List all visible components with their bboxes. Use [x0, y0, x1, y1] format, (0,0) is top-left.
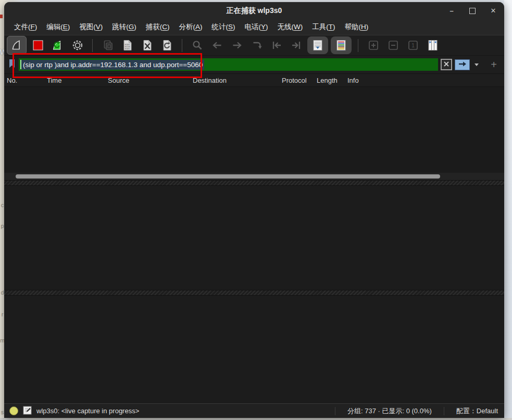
zoom-out-icon: [387, 39, 399, 52]
window-controls: – ✕: [448, 2, 497, 19]
auto-scroll-toggle-button[interactable]: [307, 36, 328, 54]
zoom-out-button[interactable]: [384, 37, 402, 54]
autoscroll-doc-icon: [311, 39, 324, 52]
go-to-packet-button[interactable]: [248, 37, 265, 54]
menu-capture[interactable]: 捕获(C): [141, 20, 174, 34]
menu-help[interactable]: 帮助(H): [340, 20, 373, 34]
column-header-length[interactable]: Length: [314, 77, 345, 84]
gear-icon: [71, 39, 84, 52]
start-capture-button[interactable]: [7, 36, 27, 55]
zoom-normal-icon: 1: [407, 39, 419, 52]
display-filter-input[interactable]: (sip or rtp )and ip.addr==192.168.1.3 an…: [19, 58, 438, 71]
packet-stats-text: 分组: 737 · 已显示: 0 (0.0%): [347, 406, 432, 416]
menu-go[interactable]: 跳转(G): [107, 20, 141, 34]
capture-status-text: wlp3s0: <live capture in progress>: [36, 407, 330, 415]
bookmark-icon: [8, 58, 16, 71]
stop-capture-button[interactable]: [29, 37, 46, 54]
packet-bytes-pane[interactable]: [4, 296, 504, 403]
column-header-info[interactable]: Info: [345, 77, 504, 84]
toolbar-separator: [358, 39, 358, 52]
capture-options-button[interactable]: [69, 37, 86, 54]
filter-add-button[interactable]: +: [489, 59, 499, 70]
go-back-button[interactable]: [208, 37, 226, 54]
menu-view[interactable]: 视图(V): [74, 20, 107, 34]
close-capture-file-button[interactable]: [139, 37, 156, 54]
desktop-background-bottom: [0, 418, 512, 420]
arrow-first-icon: [270, 39, 283, 52]
shark-fin-restart-icon: [52, 39, 64, 52]
toolbar-separator: [182, 39, 182, 52]
filter-bookmark-button[interactable]: [8, 58, 16, 71]
colorize-doc-icon: [335, 39, 347, 52]
filter-clear-button[interactable]: [441, 59, 452, 70]
statusbar-separator: [335, 407, 335, 415]
expert-info-icon[interactable]: [9, 406, 18, 415]
restart-capture-button[interactable]: [49, 37, 66, 54]
menu-bar: 文件(F)编辑(E)视图(V)跳转(G)捕获(C)分析(A)统计(S)电话(Y)…: [4, 19, 504, 35]
column-header-time[interactable]: Time: [44, 77, 105, 84]
packet-details-pane[interactable]: [4, 186, 504, 290]
toolbar-separator: [92, 39, 93, 52]
arrow-last-icon: [290, 39, 303, 52]
menu-statistics[interactable]: 统计(S): [207, 20, 240, 34]
stop-square-icon: [32, 39, 44, 52]
go-last-packet-button[interactable]: [288, 37, 305, 54]
pane-splitter-top[interactable]: [4, 180, 504, 186]
doc-close-icon: [141, 39, 154, 52]
close-icon: [443, 60, 449, 69]
svg-text:1: 1: [411, 43, 415, 48]
main-toolbar: 0101011001011: [4, 35, 504, 55]
zoom-100-button[interactable]: 1: [404, 37, 421, 54]
arrow-right-icon: [231, 39, 243, 52]
find-packet-button[interactable]: [189, 37, 206, 54]
go-forward-button[interactable]: [228, 37, 245, 54]
zoom-in-icon: [367, 39, 380, 52]
doc-reload-icon: [161, 39, 173, 52]
apply-arrow-icon: [458, 60, 467, 69]
zoom-in-button[interactable]: [365, 37, 382, 54]
colorize-toggle-button[interactable]: [331, 36, 352, 54]
menu-tools[interactable]: 工具(T): [307, 20, 340, 34]
menu-analyze[interactable]: 分析(A): [174, 20, 207, 34]
close-button[interactable]: ✕: [490, 7, 497, 15]
profile-selector[interactable]: 配置：Default: [456, 406, 498, 416]
scrollbar-thumb[interactable]: [16, 174, 440, 179]
arrow-jump-icon: [251, 39, 263, 52]
column-header-protocol[interactable]: Protocol: [279, 77, 314, 84]
wireshark-window: 正在捕获 wlp3s0 – ✕ 文件(F)编辑(E)视图(V)跳转(G)捕获(C…: [4, 2, 504, 418]
save-capture-file-button[interactable]: 010101100101: [119, 37, 136, 54]
filter-selected-text: (sip or rtp )and ip.addr==192.168.1.3 an…: [21, 60, 204, 70]
menu-wireless[interactable]: 无线(W): [273, 20, 308, 34]
open-capture-file-button[interactable]: [99, 37, 116, 54]
filter-history-dropdown[interactable]: [472, 60, 481, 70]
title-bar[interactable]: 正在捕获 wlp3s0 – ✕: [4, 2, 504, 19]
menu-telephony[interactable]: 电话(Y): [240, 20, 273, 34]
statusbar-separator: [444, 407, 444, 415]
capture-comment-icon[interactable]: [23, 406, 32, 416]
column-header-destination[interactable]: Destination: [190, 77, 279, 84]
reload-capture-file-button[interactable]: [158, 37, 176, 54]
window-title: 正在捕获 wlp3s0: [227, 6, 282, 16]
column-header-no[interactable]: No.: [4, 77, 44, 84]
arrow-left-icon: [211, 39, 223, 52]
go-first-packet-button[interactable]: [268, 37, 285, 54]
packet-list-header: No.TimeSourceDestinationProtocolLengthIn…: [4, 73, 504, 87]
doc-binary-icon: 010101100101: [121, 39, 134, 52]
minimize-button[interactable]: –: [448, 7, 455, 15]
pane-splitter-bottom[interactable]: [4, 290, 504, 296]
folder-stack-icon: [102, 39, 114, 52]
packet-list-pane[interactable]: [4, 87, 504, 173]
filter-apply-button[interactable]: [455, 59, 470, 70]
magnifier-icon: [191, 39, 204, 52]
chevron-down-icon: [474, 63, 479, 66]
resize-columns-button[interactable]: [424, 37, 441, 54]
shark-fin-icon: [10, 39, 23, 52]
display-filter-bar: (sip or rtp )and ip.addr==192.168.1.3 an…: [4, 55, 504, 73]
background-artifact-dot: [0, 15, 3, 18]
menu-edit[interactable]: 编辑(E): [42, 20, 74, 34]
maximize-button[interactable]: [469, 8, 476, 14]
horizontal-scrollbar[interactable]: [4, 173, 504, 180]
column-header-source[interactable]: Source: [105, 77, 190, 84]
menu-file[interactable]: 文件(F): [9, 20, 42, 34]
svg-text:0101: 0101: [124, 47, 130, 50]
